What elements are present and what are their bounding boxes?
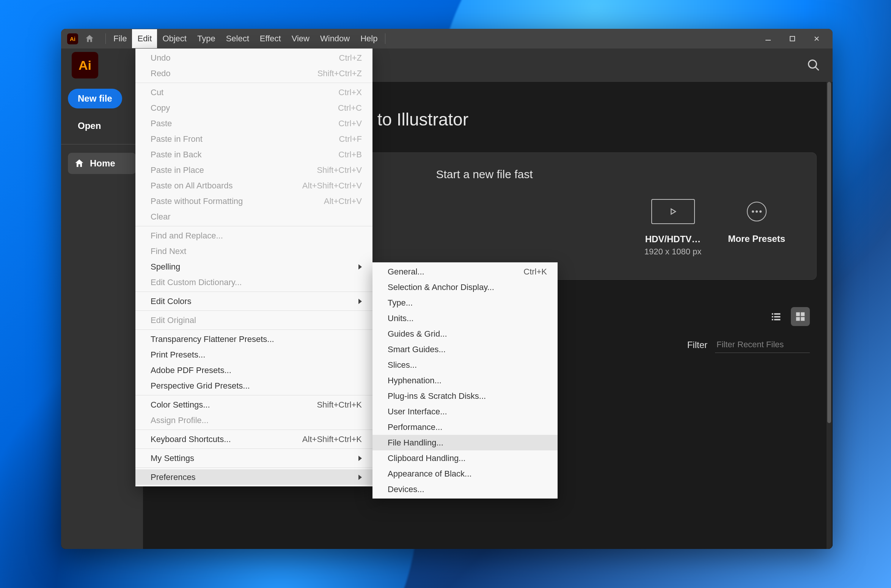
menu-window[interactable]: Window — [315, 29, 355, 48]
submenu-item-guides-grid[interactable]: Guides & Grid... — [372, 326, 558, 342]
svg-rect-17 — [801, 317, 805, 321]
new-file-button[interactable]: New file — [68, 89, 122, 108]
search-icon[interactable] — [805, 57, 822, 74]
submenu-item-label: Appearance of Black... — [388, 469, 547, 479]
menu-divider — [135, 395, 372, 395]
menu-select[interactable]: Select — [221, 29, 255, 48]
submenu-item-performance[interactable]: Performance... — [372, 419, 558, 435]
edit-menu-dropdown: UndoCtrl+ZRedoShift+Ctrl+ZCutCtrl+XCopyC… — [135, 49, 372, 486]
minimize-button[interactable] — [761, 32, 775, 45]
menu-item-label: Clear — [151, 212, 362, 222]
svg-rect-11 — [774, 316, 780, 318]
menu-help[interactable]: Help — [355, 29, 383, 48]
menu-item-edit-original: Edit Original — [135, 312, 372, 328]
menu-item-label: Print Presets... — [151, 350, 362, 360]
menu-file[interactable]: File — [108, 29, 132, 48]
sidebar-item-home[interactable]: Home — [68, 153, 136, 174]
submenu-item-shortcut: Ctrl+K — [523, 267, 547, 277]
preset-more[interactable]: More Presets — [728, 199, 785, 257]
submenu-item-label: General... — [388, 267, 523, 277]
svg-rect-9 — [774, 313, 780, 315]
menu-type[interactable]: Type — [192, 29, 221, 48]
menu-item-label: Adobe PDF Presets... — [151, 365, 362, 375]
menu-item-shortcut: Ctrl+B — [338, 150, 362, 160]
submenu-item-clipboard-handling[interactable]: Clipboard Handling... — [372, 450, 558, 466]
brand-logo: Ai — [72, 52, 98, 78]
submenu-item-devices[interactable]: Devices... — [372, 481, 558, 497]
preset-hdv[interactable]: HDV/HDTV… 1920 x 1080 px — [644, 199, 701, 257]
menu-item-shortcut: Ctrl+Z — [339, 53, 362, 63]
menu-item-color-settings[interactable]: Color Settings...Shift+Ctrl+K — [135, 397, 372, 412]
submenu-item-hyphenation[interactable]: Hyphenation... — [372, 373, 558, 388]
svg-point-6 — [756, 210, 758, 213]
home-icon[interactable] — [83, 33, 96, 45]
menu-item-print-presets[interactable]: Print Presets... — [135, 347, 372, 362]
submenu-item-slices[interactable]: Slices... — [372, 357, 558, 373]
submenu-item-user-interface[interactable]: User Interface... — [372, 404, 558, 419]
menu-item-adobe-pdf-presets[interactable]: Adobe PDF Presets... — [135, 362, 372, 378]
submenu-item-plug-ins-scratch-disks[interactable]: Plug-ins & Scratch Disks... — [372, 388, 558, 404]
submenu-item-appearance-of-black[interactable]: Appearance of Black... — [372, 466, 558, 481]
menu-item-spelling[interactable]: Spelling — [135, 259, 372, 274]
menu-item-shortcut: Ctrl+V — [338, 119, 362, 129]
menu-item-my-settings[interactable]: My Settings — [135, 450, 372, 466]
menu-item-preferences[interactable]: Preferences — [135, 469, 372, 485]
submenu-item-label: User Interface... — [388, 407, 547, 417]
svg-rect-10 — [772, 316, 773, 318]
menu-item-shortcut: Alt+Ctrl+V — [324, 196, 362, 206]
submenu-item-general[interactable]: General...Ctrl+K — [372, 264, 558, 279]
menu-object[interactable]: Object — [157, 29, 192, 48]
submenu-item-type[interactable]: Type... — [372, 295, 558, 310]
brand-logo-text: Ai — [79, 58, 91, 73]
menu-item-paste-in-front: Paste in FrontCtrl+F — [135, 131, 372, 147]
submenu-item-units[interactable]: Units... — [372, 310, 558, 326]
close-button[interactable] — [810, 32, 823, 45]
menu-item-label: Find Next — [151, 246, 362, 256]
menu-item-label: Undo — [151, 53, 339, 63]
menu-item-keyboard-shortcuts[interactable]: Keyboard Shortcuts...Alt+Shift+Ctrl+K — [135, 431, 372, 447]
submenu-item-label: Smart Guides... — [388, 345, 547, 354]
svg-rect-15 — [801, 312, 805, 316]
menu-item-label: Find and Replace... — [151, 231, 362, 241]
menu-item-label: Cut — [151, 88, 338, 97]
menu-item-find-next: Find Next — [135, 243, 372, 259]
svg-line-3 — [816, 67, 819, 71]
menu-divider — [135, 430, 372, 430]
maximize-button[interactable] — [786, 32, 799, 45]
menu-view[interactable]: View — [286, 29, 315, 48]
menu-effect[interactable]: Effect — [255, 29, 286, 48]
menu-item-label: Paste on All Artboards — [151, 181, 302, 191]
preferences-submenu: General...Ctrl+KSelection & Anchor Displ… — [372, 262, 558, 499]
submenu-item-smart-guides[interactable]: Smart Guides... — [372, 342, 558, 357]
menu-item-find-and-replace: Find and Replace... — [135, 228, 372, 243]
submenu-item-selection-anchor-display[interactable]: Selection & Anchor Display... — [372, 279, 558, 295]
menu-edit[interactable]: Edit — [132, 29, 157, 48]
home-icon — [74, 158, 85, 169]
filter-input[interactable] — [715, 337, 810, 353]
svg-rect-1 — [790, 36, 795, 41]
menu-item-label: Paste in Front — [151, 134, 339, 144]
list-view-button[interactable] — [767, 307, 786, 326]
menu-item-transparency-flattener-presets[interactable]: Transparency Flattener Presets... — [135, 331, 372, 347]
welcome-title: Welcome to Illustrator — [300, 109, 823, 130]
submenu-item-label: Selection & Anchor Display... — [388, 282, 547, 292]
submenu-item-file-handling[interactable]: File Handling... — [372, 435, 558, 450]
open-button[interactable]: Open — [68, 116, 111, 136]
menu-divider — [135, 292, 372, 292]
menu-item-perspective-grid-presets[interactable]: Perspective Grid Presets... — [135, 378, 372, 394]
menu-divider — [135, 448, 372, 449]
menu-item-label: Paste — [151, 119, 338, 129]
submenu-item-label: Units... — [388, 314, 547, 323]
grid-view-button[interactable] — [791, 307, 810, 326]
sidebar-item-label: Home — [90, 158, 115, 169]
svg-rect-13 — [774, 319, 780, 320]
menu-item-shortcut: Shift+Ctrl+V — [317, 165, 362, 175]
menu-item-shortcut: Shift+Ctrl+Z — [317, 69, 362, 78]
menu-item-edit-colors[interactable]: Edit Colors — [135, 293, 372, 309]
scroll-thumb[interactable] — [827, 82, 831, 423]
menu-item-copy: CopyCtrl+C — [135, 100, 372, 116]
scrollbar[interactable] — [827, 82, 832, 549]
menu-item-clear: Clear — [135, 209, 372, 224]
sidebar: New file Open Home — [61, 82, 143, 549]
menu-item-label: Paste in Place — [151, 165, 317, 175]
